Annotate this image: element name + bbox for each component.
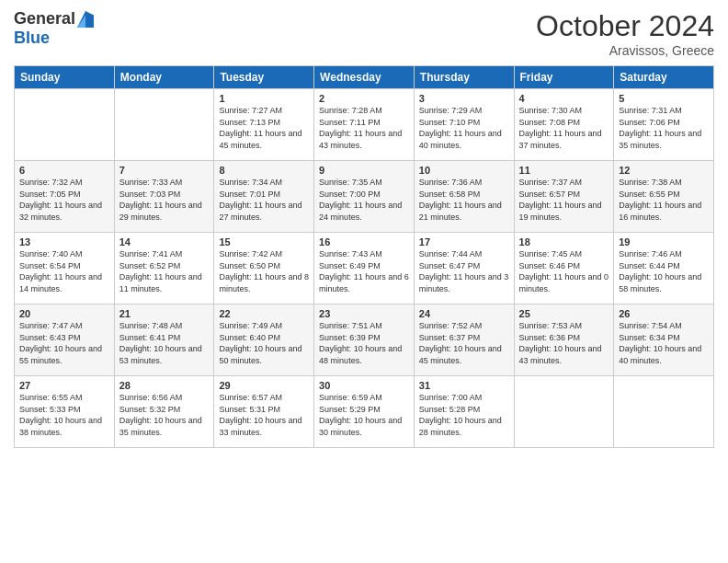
day-cell: 23Sunrise: 7:51 AM Sunset: 6:39 PM Dayli…	[314, 304, 415, 376]
month-title: October 2024	[536, 9, 714, 43]
day-cell: 3Sunrise: 7:29 AM Sunset: 7:10 PM Daylig…	[414, 89, 514, 161]
day-number: 10	[419, 165, 509, 176]
day-number: 25	[519, 308, 609, 319]
day-number: 30	[319, 380, 409, 391]
day-number: 27	[19, 380, 109, 391]
day-number: 6	[19, 165, 109, 176]
day-info: Sunrise: 7:47 AM Sunset: 6:43 PM Dayligh…	[19, 320, 109, 366]
day-number: 11	[519, 165, 609, 176]
week-row-4: 27Sunrise: 6:55 AM Sunset: 5:33 PM Dayli…	[15, 376, 714, 448]
day-cell: 25Sunrise: 7:53 AM Sunset: 6:36 PM Dayli…	[514, 304, 614, 376]
header-sunday: Sunday	[15, 66, 115, 89]
day-info: Sunrise: 7:34 AM Sunset: 7:01 PM Dayligh…	[219, 177, 309, 223]
day-info: Sunrise: 7:46 AM Sunset: 6:44 PM Dayligh…	[619, 248, 709, 294]
location: Aravissos, Greece	[536, 43, 714, 58]
day-cell: 5Sunrise: 7:31 AM Sunset: 7:06 PM Daylig…	[614, 89, 714, 161]
week-row-2: 13Sunrise: 7:40 AM Sunset: 6:54 PM Dayli…	[15, 233, 714, 304]
logo-blue-text: Blue	[14, 29, 50, 48]
day-cell: 31Sunrise: 7:00 AM Sunset: 5:28 PM Dayli…	[414, 376, 514, 448]
logo: General Blue	[14, 9, 94, 48]
day-info: Sunrise: 7:42 AM Sunset: 6:50 PM Dayligh…	[219, 248, 309, 294]
day-info: Sunrise: 7:41 AM Sunset: 6:52 PM Dayligh…	[119, 248, 210, 294]
logo-general: General	[14, 9, 75, 29]
day-number: 19	[619, 236, 709, 247]
day-number: 29	[219, 380, 309, 391]
day-cell: 8Sunrise: 7:34 AM Sunset: 7:01 PM Daylig…	[214, 161, 314, 233]
day-cell: 29Sunrise: 6:57 AM Sunset: 5:31 PM Dayli…	[214, 376, 314, 448]
day-info: Sunrise: 7:40 AM Sunset: 6:54 PM Dayligh…	[19, 248, 109, 294]
day-cell: 26Sunrise: 7:54 AM Sunset: 6:34 PM Dayli…	[614, 304, 714, 376]
header-wednesday: Wednesday	[314, 66, 415, 89]
day-cell: 19Sunrise: 7:46 AM Sunset: 6:44 PM Dayli…	[614, 233, 714, 304]
day-cell: 7Sunrise: 7:33 AM Sunset: 7:03 PM Daylig…	[114, 161, 214, 233]
day-cell: 12Sunrise: 7:38 AM Sunset: 6:55 PM Dayli…	[614, 161, 714, 233]
day-info: Sunrise: 7:35 AM Sunset: 7:00 PM Dayligh…	[319, 177, 409, 223]
day-cell: 28Sunrise: 6:56 AM Sunset: 5:32 PM Dayli…	[114, 376, 214, 448]
day-info: Sunrise: 6:59 AM Sunset: 5:29 PM Dayligh…	[319, 392, 409, 438]
day-number: 22	[219, 308, 309, 319]
day-info: Sunrise: 7:44 AM Sunset: 6:47 PM Dayligh…	[419, 248, 509, 294]
day-number: 2	[319, 93, 409, 104]
day-number: 3	[419, 93, 509, 104]
calendar: Sunday Monday Tuesday Wednesday Thursday…	[14, 65, 714, 448]
day-info: Sunrise: 6:55 AM Sunset: 5:33 PM Dayligh…	[19, 392, 109, 438]
day-info: Sunrise: 6:57 AM Sunset: 5:31 PM Dayligh…	[219, 392, 309, 438]
day-cell: 21Sunrise: 7:48 AM Sunset: 6:41 PM Dayli…	[114, 304, 214, 376]
day-number: 7	[119, 165, 210, 176]
day-cell: 2Sunrise: 7:28 AM Sunset: 7:11 PM Daylig…	[314, 89, 415, 161]
day-info: Sunrise: 7:49 AM Sunset: 6:40 PM Dayligh…	[219, 320, 309, 366]
day-number: 15	[219, 236, 309, 247]
day-number: 21	[119, 308, 210, 319]
day-cell	[614, 376, 714, 448]
day-cell: 22Sunrise: 7:49 AM Sunset: 6:40 PM Dayli…	[214, 304, 314, 376]
header-tuesday: Tuesday	[214, 66, 314, 89]
day-cell: 1Sunrise: 7:27 AM Sunset: 7:13 PM Daylig…	[214, 89, 314, 161]
day-cell	[15, 89, 115, 161]
day-info: Sunrise: 7:29 AM Sunset: 7:10 PM Dayligh…	[419, 105, 509, 151]
day-number: 23	[319, 308, 409, 319]
day-number: 5	[619, 93, 709, 104]
day-cell: 16Sunrise: 7:43 AM Sunset: 6:49 PM Dayli…	[314, 233, 415, 304]
week-row-3: 20Sunrise: 7:47 AM Sunset: 6:43 PM Dayli…	[15, 304, 714, 376]
day-info: Sunrise: 7:31 AM Sunset: 7:06 PM Dayligh…	[619, 105, 709, 151]
day-info: Sunrise: 7:37 AM Sunset: 6:57 PM Dayligh…	[519, 177, 609, 223]
day-number: 13	[19, 236, 109, 247]
day-cell: 4Sunrise: 7:30 AM Sunset: 7:08 PM Daylig…	[514, 89, 614, 161]
day-cell: 6Sunrise: 7:32 AM Sunset: 7:05 PM Daylig…	[15, 161, 115, 233]
day-info: Sunrise: 7:33 AM Sunset: 7:03 PM Dayligh…	[119, 177, 210, 223]
week-row-0: 1Sunrise: 7:27 AM Sunset: 7:13 PM Daylig…	[15, 89, 714, 161]
day-info: Sunrise: 7:00 AM Sunset: 5:28 PM Dayligh…	[419, 392, 509, 438]
day-info: Sunrise: 7:51 AM Sunset: 6:39 PM Dayligh…	[319, 320, 409, 366]
header-monday: Monday	[114, 66, 214, 89]
day-number: 20	[19, 308, 109, 319]
day-cell	[114, 89, 214, 161]
header-thursday: Thursday	[414, 66, 514, 89]
day-cell: 20Sunrise: 7:47 AM Sunset: 6:43 PM Dayli…	[15, 304, 115, 376]
page: General Blue October 2024 Aravissos, Gre…	[0, 0, 728, 563]
day-number: 28	[119, 380, 210, 391]
day-number: 31	[419, 380, 509, 391]
day-number: 24	[419, 308, 509, 319]
logo-blue: Blue	[14, 29, 50, 47]
day-number: 9	[319, 165, 409, 176]
day-cell: 27Sunrise: 6:55 AM Sunset: 5:33 PM Dayli…	[15, 376, 115, 448]
day-info: Sunrise: 7:48 AM Sunset: 6:41 PM Dayligh…	[119, 320, 210, 366]
day-number: 16	[319, 236, 409, 247]
day-number: 1	[219, 93, 309, 104]
day-cell: 13Sunrise: 7:40 AM Sunset: 6:54 PM Dayli…	[15, 233, 115, 304]
day-info: Sunrise: 7:52 AM Sunset: 6:37 PM Dayligh…	[419, 320, 509, 366]
day-number: 14	[119, 236, 210, 247]
day-number: 18	[519, 236, 609, 247]
day-number: 17	[419, 236, 509, 247]
week-row-1: 6Sunrise: 7:32 AM Sunset: 7:05 PM Daylig…	[15, 161, 714, 233]
day-cell: 18Sunrise: 7:45 AM Sunset: 6:46 PM Dayli…	[514, 233, 614, 304]
header-friday: Friday	[514, 66, 614, 89]
header-saturday: Saturday	[614, 66, 714, 89]
day-info: Sunrise: 6:56 AM Sunset: 5:32 PM Dayligh…	[119, 392, 210, 438]
day-info: Sunrise: 7:45 AM Sunset: 6:46 PM Dayligh…	[519, 248, 609, 294]
day-number: 26	[619, 308, 709, 319]
day-cell: 30Sunrise: 6:59 AM Sunset: 5:29 PM Dayli…	[314, 376, 415, 448]
day-number: 8	[219, 165, 309, 176]
day-cell: 10Sunrise: 7:36 AM Sunset: 6:58 PM Dayli…	[414, 161, 514, 233]
day-info: Sunrise: 7:53 AM Sunset: 6:36 PM Dayligh…	[519, 320, 609, 366]
